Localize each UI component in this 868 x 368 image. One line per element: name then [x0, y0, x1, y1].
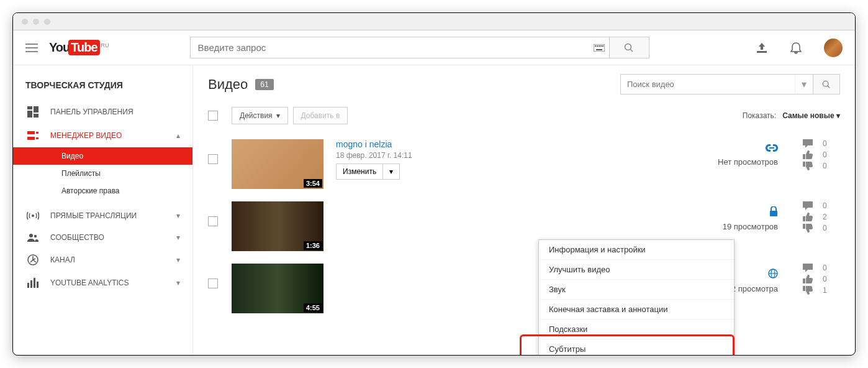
svg-rect-15	[36, 132, 38, 134]
menu-cards[interactable]: Подсказки	[539, 320, 734, 339]
caret-down-icon: ▾	[276, 111, 280, 120]
page-header: Видео 61 ▾	[208, 74, 840, 94]
menu-audio[interactable]: Звук	[539, 280, 734, 300]
svg-rect-22	[27, 283, 29, 288]
menu-info-settings[interactable]: Информация и настройки	[539, 240, 734, 260]
user-avatar[interactable]	[824, 39, 843, 57]
sidebar-item-live[interactable]: ПРЯМЫЕ ТРАНСЛЯЦИИ ▾	[13, 205, 192, 227]
toolbar: Действия ▾ Добавить в Показать: Самые но…	[208, 107, 840, 124]
sidebar-title: ТВОРЧЕСКАЯ СТУДИЯ	[13, 75, 192, 100]
video-thumbnail[interactable]: 4:55	[232, 264, 323, 313]
svg-point-20	[34, 235, 37, 237]
edit-button[interactable]: Изменить ▾	[336, 163, 400, 180]
menu-endscreen[interactable]: Конечная заставка и аннотации	[539, 300, 734, 320]
browser-window: You Tube RU ТВОРЧЕСКАЯ СТУДИЯ	[12, 12, 856, 356]
logo-you: You	[49, 40, 70, 55]
video-date: 18 февр. 2017 г. 14:11	[336, 151, 412, 160]
analytics-icon	[25, 278, 40, 288]
svg-rect-5	[602, 45, 604, 47]
actions-button[interactable]: Действия ▾	[232, 107, 288, 124]
video-row: 4:55 122 просмотра 0 0 1	[208, 257, 840, 320]
window-titlebar	[13, 13, 855, 30]
link-icon	[718, 144, 778, 154]
svg-rect-14	[27, 131, 35, 134]
sidebar-label: YOUTUBE ANALYTICS	[50, 278, 129, 287]
submenu-playlists[interactable]: Плейлисты	[13, 165, 192, 182]
views-col: Нет просмотров	[718, 139, 778, 167]
chevron-down-icon: ▾	[176, 255, 180, 264]
sidebar-item-analytics[interactable]: YOUTUBE ANALYTICS ▾	[13, 272, 192, 294]
video-thumbnail[interactable]: 3:54	[232, 139, 323, 189]
row-checkbox[interactable]	[208, 216, 218, 226]
window-minimize[interactable]	[33, 19, 39, 25]
video-row: 1:36 19 просмотров 0 2 0	[208, 195, 840, 257]
search-button[interactable]	[609, 37, 649, 58]
sidebar-item-dashboard[interactable]: ПАНЕЛЬ УПРАВЛЕНИЯ	[13, 100, 192, 124]
header-actions	[756, 39, 843, 57]
hamburger-icon[interactable]	[25, 44, 38, 52]
logo-tube: Tube	[68, 40, 99, 55]
sidebar-item-community[interactable]: СООБЩЕСТВО ▾	[13, 227, 192, 248]
dislike-icon	[803, 224, 813, 232]
keyboard-icon[interactable]	[589, 37, 609, 58]
like-icon	[803, 150, 813, 159]
chevron-down-icon: ▾	[176, 278, 180, 287]
svg-rect-6	[596, 49, 602, 50]
window-close[interactable]	[22, 19, 28, 25]
search-input[interactable]	[191, 37, 589, 58]
svg-rect-3	[599, 45, 600, 47]
header: You Tube RU	[13, 30, 855, 65]
add-to-button[interactable]: Добавить в	[293, 107, 348, 124]
bell-icon[interactable]	[790, 42, 802, 54]
window-maximize[interactable]	[44, 19, 50, 25]
svg-rect-28	[770, 211, 777, 216]
row-checkbox[interactable]	[208, 278, 218, 288]
sidebar-submenu: Видео Плейлисты Авторские права	[13, 147, 192, 200]
duration-label: 4:55	[304, 303, 322, 312]
svg-line-8	[630, 49, 633, 52]
chevron-down-icon: ▾	[176, 233, 180, 242]
sidebar-item-channel[interactable]: КАНАЛ ▾	[13, 248, 192, 272]
video-title[interactable]: mogno i nelzia	[336, 139, 412, 149]
youtube-logo[interactable]: You Tube RU	[49, 40, 109, 55]
svg-rect-4	[600, 45, 602, 47]
video-stats: 122 просмотра 0 0 1	[722, 264, 840, 295]
edit-dropdown-caret[interactable]: ▾	[382, 164, 399, 179]
like-icon	[803, 275, 813, 283]
upload-icon[interactable]	[756, 43, 768, 53]
sidebar-label: СООБЩЕСТВО	[50, 233, 104, 242]
views-col: 19 просмотров	[723, 201, 778, 231]
video-search-button[interactable]	[813, 75, 839, 94]
svg-rect-2	[597, 45, 598, 47]
menu-enhance[interactable]: Улучшить видео	[539, 260, 734, 280]
video-info: mogno i nelzia 18 февр. 2017 г. 14:11 Из…	[336, 139, 412, 180]
live-icon	[25, 211, 40, 221]
edit-dropdown-menu: Информация и настройки Улучшить видео Зв…	[538, 239, 735, 355]
video-search-dropdown[interactable]: ▾	[795, 75, 813, 94]
svg-line-27	[828, 85, 830, 88]
menu-subtitles[interactable]: Субтитры	[539, 339, 734, 355]
video-row: 3:54 mogno i nelzia 18 февр. 2017 г. 14:…	[208, 133, 840, 195]
chevron-down-icon: ▾	[176, 211, 180, 220]
submenu-videos[interactable]: Видео	[13, 147, 192, 165]
row-checkbox[interactable]	[208, 154, 218, 164]
video-search-input[interactable]	[621, 75, 795, 94]
dashboard-icon	[25, 106, 40, 117]
submenu-copyright[interactable]: Авторские права	[13, 182, 192, 200]
svg-rect-17	[36, 137, 38, 139]
svg-rect-0	[594, 44, 605, 52]
sidebar-item-video-manager[interactable]: МЕНЕДЖЕР ВИДЕО ▴	[13, 124, 192, 147]
comment-icon	[803, 264, 813, 272]
video-thumbnail[interactable]: 1:36	[232, 201, 323, 251]
counts-col: 0 2 0	[803, 201, 840, 232]
page-title: Видео	[208, 76, 248, 93]
chevron-up-icon: ▴	[176, 131, 180, 140]
dislike-icon	[803, 162, 813, 170]
select-all-checkbox[interactable]	[208, 111, 218, 121]
sidebar-label: МЕНЕДЖЕР ВИДЕО	[50, 131, 122, 140]
svg-point-19	[29, 234, 33, 237]
dislike-icon	[803, 286, 813, 295]
content-area: ТВОРЧЕСКАЯ СТУДИЯ ПАНЕЛЬ УПРАВЛЕНИЯ МЕНЕ…	[13, 65, 855, 355]
sort-dropdown[interactable]: Самые новые ▾	[782, 111, 840, 120]
community-icon	[25, 233, 40, 242]
